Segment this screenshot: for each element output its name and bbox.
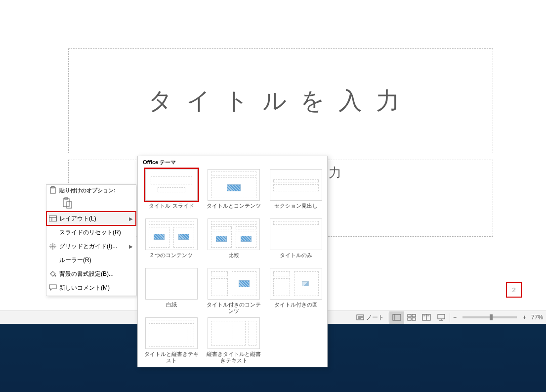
layout-thumb: [145, 317, 198, 349]
svg-point-29: [55, 275, 56, 277]
layout-option-two-content[interactable]: 2 つのコンテンツ: [143, 218, 200, 265]
gallery-title: Office テーマ: [138, 156, 327, 169]
layout-option-title-slide[interactable]: タイトル スライド: [143, 169, 200, 216]
layout-option-title-vertical-text[interactable]: タイトルと縦書きテキスト: [143, 317, 200, 364]
layout-thumb: [145, 218, 198, 250]
layout-thumb: [270, 218, 322, 250]
slideshow-icon: [437, 314, 446, 321]
notes-button[interactable]: ノート: [353, 311, 387, 324]
svg-rect-6: [408, 314, 411, 317]
grid-guide-menu-item[interactable]: グリッドとガイド(I)... ▶: [46, 239, 136, 253]
title-placeholder-box[interactable]: タイトルを入力: [68, 48, 493, 153]
layout-option-title-only[interactable]: タイトルのみ: [267, 218, 325, 265]
layout-caption: 白紙: [166, 302, 177, 314]
layout-thumb: [208, 268, 260, 300]
svg-rect-4: [393, 314, 401, 320]
layout-menu-item[interactable]: レイアウト(L) ▶: [46, 212, 136, 225]
layout-caption: タイトル付きの図: [274, 302, 318, 314]
notes-icon: [356, 314, 364, 321]
svg-rect-7: [412, 314, 416, 317]
grid-icon: [48, 242, 57, 251]
layout-caption: 2 つのコンテンツ: [150, 252, 193, 265]
svg-rect-19: [63, 199, 69, 207]
svg-rect-14: [438, 314, 445, 319]
layout-caption: 縦書きタイトルと縦書きテキスト: [205, 351, 262, 364]
layout-icon: [48, 214, 57, 223]
reading-view-button[interactable]: [419, 311, 434, 324]
slide-number-badge: 2: [506, 282, 522, 298]
layout-option-blank[interactable]: 白紙: [143, 268, 200, 314]
layout-caption: タイトル付きのコンテンツ: [205, 302, 262, 314]
layout-caption: タイトルとコンテンツ: [207, 203, 261, 216]
layout-option-section-header[interactable]: セクション見出し: [267, 169, 325, 216]
reading-view-icon: [422, 314, 431, 321]
layout-thumb: [145, 169, 198, 201]
background-format-menu-item[interactable]: 背景の書式設定(B)...: [46, 267, 136, 281]
layout-option-title-content[interactable]: タイトルとコンテンツ: [205, 169, 262, 216]
normal-view-button[interactable]: [389, 311, 404, 324]
partial-glyph: 力: [329, 164, 341, 181]
layout-caption: タイトルと縦書きテキスト: [143, 351, 200, 364]
zoom-out-button[interactable]: −: [451, 311, 459, 324]
chevron-right-icon: ▶: [129, 216, 133, 221]
title-placeholder-text: タイトルを入力: [148, 85, 414, 117]
slide-sorter-icon: [407, 314, 416, 321]
reset-slide-menu-item[interactable]: スライドのリセット(R): [46, 225, 136, 239]
layout-thumb: [208, 169, 260, 201]
svg-rect-22: [49, 216, 57, 221]
layout-caption: セクション見出し: [274, 203, 318, 216]
paste-option-button[interactable]: [46, 195, 136, 212]
zoom-percent[interactable]: 77%: [528, 314, 543, 321]
layout-option-comparison[interactable]: 比較: [205, 218, 262, 265]
chevron-right-icon: ▶: [129, 244, 133, 249]
clipboard-icon: [48, 186, 57, 195]
layout-caption: 比較: [228, 252, 239, 265]
paint-bucket-icon: [48, 269, 57, 278]
layout-option-picture-caption[interactable]: タイトル付きの図: [267, 268, 325, 314]
zoom-in-button[interactable]: +: [521, 311, 528, 324]
layout-thumb: [208, 317, 260, 349]
layout-option-content-caption[interactable]: タイトル付きのコンテンツ: [205, 268, 262, 314]
layout-caption: タイトルのみ: [280, 252, 312, 265]
new-comment-menu-item[interactable]: 新しいコメント(M): [46, 281, 136, 295]
zoom-slider[interactable]: [462, 316, 517, 318]
layout-option-vertical-title-text[interactable]: 縦書きタイトルと縦書きテキスト: [205, 317, 262, 364]
layout-thumb: [145, 268, 198, 300]
paste-icon: [61, 197, 73, 209]
context-menu: 貼り付けのオプション: レイアウト(L) ▶ スライドのリセット(R) グリッド…: [46, 184, 136, 296]
comment-icon: [48, 283, 57, 292]
ruler-menu-item[interactable]: ルーラー(R): [46, 253, 136, 267]
layout-caption: タイトル スライド: [149, 203, 194, 216]
layout-thumb: [270, 268, 322, 300]
svg-rect-8: [408, 318, 411, 320]
slide-sorter-button[interactable]: [404, 311, 419, 324]
svg-rect-9: [412, 318, 416, 320]
layout-gallery: Office テーマ タイトル スライドタイトルとコンテンツセクション見出し2 …: [137, 156, 328, 367]
paste-options-label: 貼り付けのオプション:: [46, 186, 136, 195]
layout-thumb: [208, 218, 260, 250]
layout-thumb: [270, 169, 322, 201]
normal-view-icon: [392, 314, 401, 321]
slideshow-button[interactable]: [434, 311, 449, 324]
